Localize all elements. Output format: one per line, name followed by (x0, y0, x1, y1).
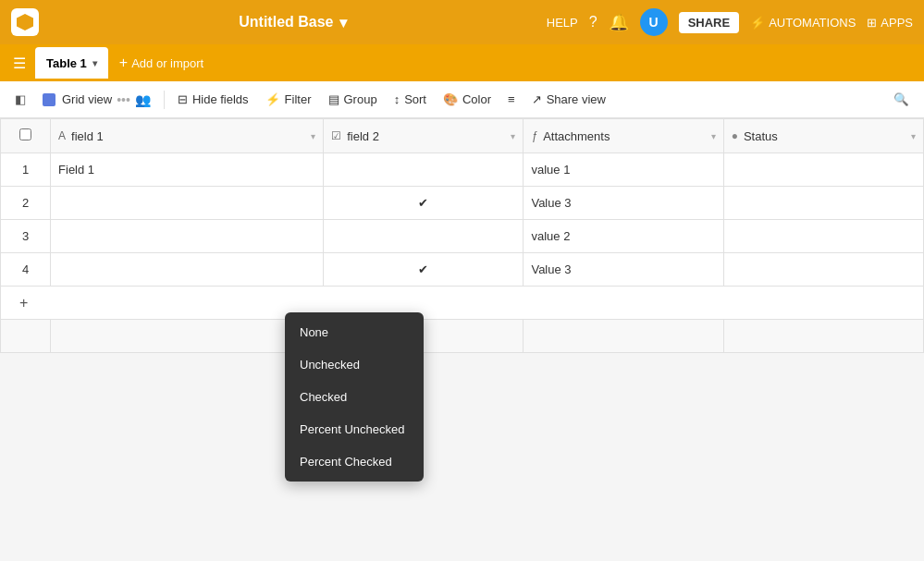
table-container: A field 1 ▾ ☑ field 2 ▾ (0, 118, 924, 561)
table-tab-label: Table 1 (46, 56, 87, 70)
group-button[interactable]: ▤ Group (321, 89, 385, 110)
row-height-icon: ≡ (508, 92, 515, 106)
share-view-button[interactable]: ↗ Share view (524, 89, 613, 110)
attachment-field-icon: ƒ (531, 129, 537, 142)
hide-fields-icon: ⊟ (178, 92, 188, 106)
dropdown-overlay: None Unchecked Checked Percent Unchecked… (285, 312, 424, 482)
search-icon: 🔍 (893, 92, 909, 106)
help-button[interactable]: HELP (547, 16, 578, 30)
filter-icon: ⚡ (265, 92, 280, 106)
row-num-3: 3 (1, 220, 51, 253)
attachments-label: Attachments (543, 129, 610, 143)
cell-field1-2[interactable] (51, 187, 324, 220)
sort-icon: ↕ (394, 92, 400, 106)
add-row-button[interactable]: + (8, 291, 39, 315)
notification-icon[interactable]: 🔔 (609, 12, 629, 32)
automations-button[interactable]: ⚡ AUTOMATIONS (750, 16, 856, 30)
cell-attach-3[interactable]: value 2 (524, 220, 723, 253)
hide-fields-button[interactable]: ⊟ Hide fields (170, 89, 256, 110)
grid-view-button[interactable]: Grid view ••• 👥 (35, 89, 158, 111)
table-row: 1 Field 1 value 1 (1, 153, 924, 187)
header-status[interactable]: ● Status ▾ (723, 119, 923, 153)
dropdown-checked-label: Checked (300, 390, 347, 404)
group-icon: ▤ (328, 92, 339, 106)
sidebar-toggle-button[interactable]: ◧ (7, 89, 33, 110)
table-row: 3 value 2 (1, 220, 924, 253)
dropdown-item-unchecked[interactable]: Unchecked (285, 348, 424, 381)
field1-label: field 1 (71, 129, 104, 143)
status-label: Status (744, 129, 778, 143)
menu-button[interactable]: ☰ (7, 51, 31, 76)
status-arrow-icon: ▾ (911, 131, 916, 141)
empty-cell (1, 320, 51, 353)
row-num-2: 2 (1, 187, 51, 220)
toolbar: ◧ Grid view ••• 👥 ⊟ Hide fields ⚡ Filter… (0, 81, 924, 118)
add-row-cell[interactable]: + (1, 287, 924, 320)
text-field-icon: A (58, 129, 66, 142)
help-icon: ? (589, 14, 598, 30)
search-button[interactable]: 🔍 (886, 89, 917, 110)
header-attachments[interactable]: ƒ Attachments ▾ (524, 119, 723, 153)
select-all-checkbox[interactable] (19, 128, 31, 140)
dropdown-item-percent-checked[interactable]: Percent Checked (285, 445, 424, 478)
checkbox-field-icon: ☑ (331, 129, 341, 142)
header-field2[interactable]: ☑ field 2 ▾ (324, 119, 524, 153)
color-icon: 🎨 (443, 92, 458, 106)
cell-status-2[interactable] (723, 187, 923, 220)
header-checkbox-cell[interactable] (1, 119, 51, 153)
cell-status-4[interactable] (723, 253, 923, 287)
cell-field2-1[interactable] (324, 153, 524, 187)
apps-icon: ⊞ (867, 16, 877, 30)
app-title: Untitled Base (239, 14, 333, 30)
plus-icon: + (119, 55, 128, 71)
empty-cell (524, 320, 723, 353)
cell-field1-1[interactable]: Field 1 (51, 153, 324, 187)
status-field-icon: ● (732, 129, 738, 142)
grid[interactable]: A field 1 ▾ ☑ field 2 ▾ (0, 118, 924, 561)
divider (164, 91, 165, 109)
cell-attach-4[interactable]: Value 3 (524, 253, 723, 287)
row-num-4: 4 (1, 253, 51, 287)
sort-button[interactable]: ↕ Sort (387, 89, 434, 110)
table-row: 4 ✔ Value 3 (1, 253, 924, 287)
apps-button[interactable]: ⊞ APPS (867, 16, 913, 30)
cell-field1-3[interactable] (51, 220, 324, 253)
cell-field2-4[interactable]: ✔ (324, 253, 524, 287)
title-chevron-icon: ▾ (339, 14, 347, 31)
top-bar: Untitled Base ▾ HELP ? 🔔 U SHARE ⚡ AUTOM… (0, 0, 924, 44)
add-import-button[interactable]: + Add or import (112, 51, 211, 75)
header-field1[interactable]: A field 1 ▾ (51, 119, 324, 153)
table-row: 2 ✔ Value 3 (1, 187, 924, 220)
grid-icon (43, 93, 55, 106)
table-tab[interactable]: Table 1 ▾ (35, 47, 108, 79)
cell-status-1[interactable] (723, 153, 923, 187)
top-bar-left (11, 8, 39, 36)
row-num-1: 1 (1, 153, 51, 187)
filter-button[interactable]: ⚡ Filter (258, 89, 319, 110)
cell-attach-1[interactable]: value 1 (524, 153, 723, 187)
cell-field1-4[interactable] (51, 253, 324, 287)
grid-table: A field 1 ▾ ☑ field 2 ▾ (0, 118, 924, 353)
dropdown-item-percent-unchecked[interactable]: Percent Unchecked (285, 413, 424, 445)
dropdown-item-none[interactable]: None (285, 316, 424, 348)
color-button[interactable]: 🎨 Color (436, 89, 499, 110)
cell-status-3[interactable] (723, 220, 923, 253)
dropdown-percent-checked-label: Percent Checked (300, 455, 392, 469)
field2-label: field 2 (347, 129, 379, 143)
app-logo-icon (17, 14, 33, 30)
row-height-button[interactable]: ≡ (500, 89, 523, 110)
grid-header: A field 1 ▾ ☑ field 2 ▾ (1, 119, 924, 153)
automations-icon: ⚡ (750, 16, 765, 30)
dropdown-none-label: None (300, 325, 328, 339)
cell-attach-2[interactable]: Value 3 (524, 187, 723, 220)
share-button[interactable]: SHARE (679, 12, 740, 33)
dropdown-percent-unchecked-label: Percent Unchecked (300, 422, 404, 436)
cell-field2-3[interactable] (324, 220, 524, 253)
avatar[interactable]: U (640, 8, 668, 36)
grid-view-label: Grid view (62, 92, 112, 106)
app-logo (11, 8, 39, 36)
empty-cell (723, 320, 923, 353)
dropdown-item-checked[interactable]: Checked (285, 381, 424, 413)
dropdown-unchecked-label: Unchecked (300, 358, 360, 372)
cell-field2-2[interactable]: ✔ (324, 187, 524, 220)
